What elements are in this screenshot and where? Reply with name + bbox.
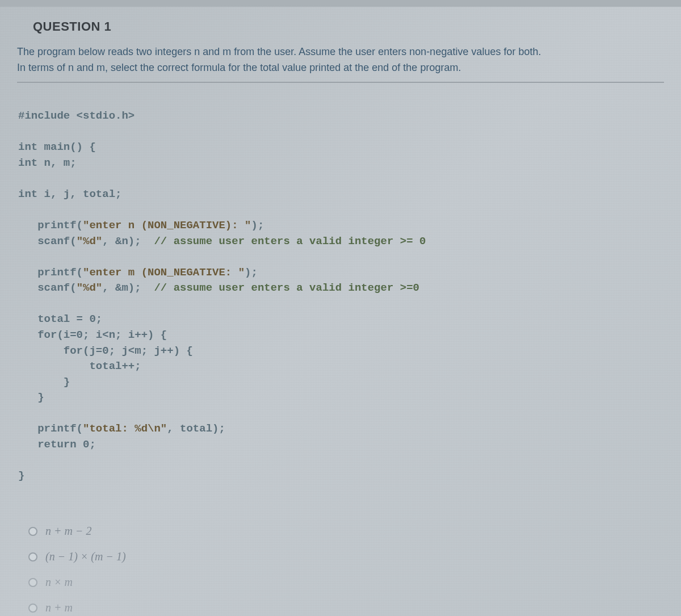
answer-option-3[interactable]: n × m [28,576,664,589]
radio-icon[interactable] [28,527,37,536]
code-line: total = 0; [18,313,102,325]
answer-label: n + m [45,601,73,614]
code-line: for(i=0; i<n; i++) { [18,329,167,341]
code-line: printf("total: %d\n", total); [18,422,225,435]
question-sheet: QUESTION 1 The program below reads two i… [0,0,681,616]
code-line: } [18,470,24,482]
code-block: #include <stdio.h> int main() { int n, m… [17,91,664,502]
code-line: for(j=0; j<m; j++) { [18,345,193,357]
answer-option-1[interactable]: n + m − 2 [28,525,664,538]
answer-label: n × m [45,576,73,589]
code-line: scanf("%d", &m); // assume user enters a… [18,282,419,294]
answer-label: (n − 1) × (m − 1) [45,550,126,563]
prompt-line-2: In terms of n and m, select the correct … [17,62,461,73]
question-prompt: The program below reads two integers n a… [17,44,664,83]
answer-label: n + m − 2 [45,525,91,538]
code-line: int n, m; [18,157,77,169]
code-line: #include <stdio.h> [18,110,134,122]
code-line: int main() { [18,141,96,153]
answer-options: n + m − 2 (n − 1) × (m − 1) n × m n + m [28,525,664,614]
code-line: printf("enter m (NON_NEGATIVE: "); [18,266,258,279]
code-line: total++; [18,360,141,372]
code-line: printf("enter n (NON_NEGATIVE): "); [18,219,264,232]
code-line: } [18,391,44,404]
code-line: int i, j, total; [18,188,121,200]
radio-icon[interactable] [28,552,37,561]
code-line: scanf("%d", &n); // assume user enters a… [18,235,426,248]
code-line: } [18,376,70,388]
radio-icon[interactable] [28,604,37,613]
question-title: QUESTION 1 [33,19,664,34]
answer-option-4[interactable]: n + m [28,601,664,614]
prompt-line-1: The program below reads two integers n a… [17,46,541,57]
code-line: return 0; [18,438,96,451]
answer-option-2[interactable]: (n − 1) × (m − 1) [28,550,664,563]
radio-icon[interactable] [28,578,37,587]
